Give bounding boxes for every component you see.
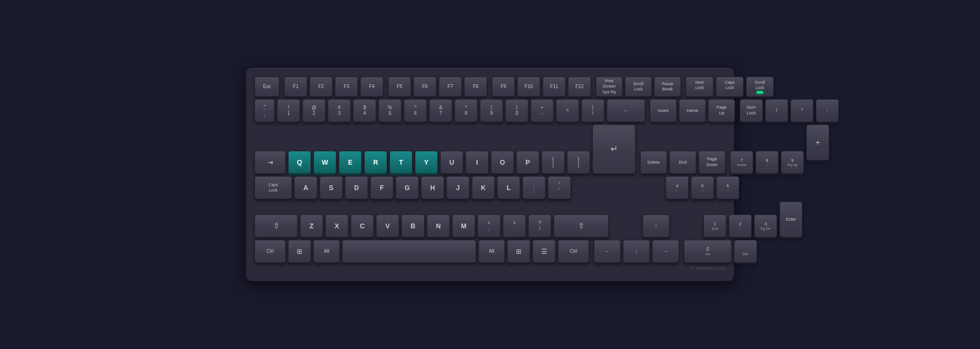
np-5-key[interactable]: 5 — <box>691 176 714 199</box>
scroll-lock-key[interactable]: ScrollLock <box>625 77 652 97</box>
left-ctrl-key[interactable]: Ctrl <box>255 240 286 263</box>
f2-key[interactable]: F2 <box>310 77 333 97</box>
backtick-key[interactable]: ~ ` \ <box>255 99 275 122</box>
num-lock-indicator[interactable]: NumLock <box>686 77 713 97</box>
semicolon-key[interactable]: : ; <box>523 176 546 199</box>
8-key[interactable]: * 8 <box>455 99 478 122</box>
2-key[interactable]: @ 2 <box>302 99 325 122</box>
f11-key[interactable]: F11 <box>543 77 566 97</box>
np-dot-key[interactable]: . Del <box>734 240 757 263</box>
left-win-key[interactable]: ⊞ <box>288 240 311 263</box>
quote-key[interactable]: " ' <box>548 176 571 199</box>
a-key[interactable]: A <box>294 176 317 199</box>
f-key[interactable]: F <box>370 176 393 199</box>
right-ctrl-key[interactable]: Ctrl <box>558 240 589 263</box>
np-3-key[interactable]: 3 Pg Dn <box>754 214 777 237</box>
4-key[interactable]: $ 4 <box>353 99 376 122</box>
np-6-key[interactable]: 6 → <box>716 176 739 199</box>
esc-key[interactable]: Esc <box>255 77 279 97</box>
caps-lock-indicator[interactable]: CapsLock <box>716 77 744 97</box>
backspace-key[interactable]: ← <box>607 99 645 122</box>
9-key[interactable]: ( 9 <box>480 99 503 122</box>
c-key[interactable]: C <box>351 214 374 237</box>
menu-key[interactable]: ☰ <box>533 240 556 263</box>
z-key[interactable]: Z <box>300 214 323 237</box>
f4-key[interactable]: F4 <box>360 77 383 97</box>
np-enter-key[interactable]: Enter <box>780 202 802 237</box>
delete-key[interactable]: Delete <box>640 151 667 174</box>
arrow-left-key[interactable]: ← <box>594 240 621 263</box>
np-slash-key[interactable]: / <box>765 99 788 122</box>
np-7-key[interactable]: 7 Home <box>730 151 753 174</box>
left-bracket-key[interactable]: { [ <box>542 151 565 174</box>
g-key[interactable]: G <box>396 176 419 199</box>
np-star-key[interactable]: * <box>791 99 813 122</box>
np-plus-key[interactable]: + <box>806 124 829 160</box>
y-key[interactable]: Y <box>415 151 438 174</box>
np-8-key[interactable]: 8 ↑ <box>756 151 779 174</box>
f8-key[interactable]: F8 <box>464 77 487 97</box>
m-key[interactable]: M <box>452 214 475 237</box>
comma-key[interactable]: < , <box>478 214 501 237</box>
i-key[interactable]: I <box>466 151 489 174</box>
np-9-key[interactable]: 9 Pg Up <box>781 151 804 174</box>
insert-key[interactable]: Insert <box>650 99 677 122</box>
enter-key[interactable]: ↵ <box>592 124 635 174</box>
s-key[interactable]: S <box>320 176 343 199</box>
page-down-key[interactable]: PageDown <box>699 151 725 174</box>
slash-key[interactable]: ? / <box>528 214 551 237</box>
k-key[interactable]: K <box>472 176 495 199</box>
caps-lock-key[interactable]: CapsLock <box>255 176 292 199</box>
1-key[interactable]: ! 1 <box>277 99 300 122</box>
w-key[interactable]: W <box>313 151 336 174</box>
left-alt-key[interactable]: Alt <box>313 240 340 263</box>
home-key[interactable]: Home <box>679 99 706 122</box>
np-4-key[interactable]: 4 ← <box>666 176 689 199</box>
q-key[interactable]: Q <box>288 151 311 174</box>
p-key[interactable]: P <box>516 151 539 174</box>
f9-key[interactable]: F9 <box>492 77 515 97</box>
np-minus-key[interactable]: - <box>816 99 839 122</box>
u-key[interactable]: U <box>440 151 463 174</box>
right-bracket-key[interactable]: } ] <box>567 151 590 174</box>
d-key[interactable]: D <box>345 176 368 199</box>
pause-key[interactable]: PauseBreak <box>654 77 681 97</box>
np-1-key[interactable]: 1 End <box>703 214 726 237</box>
r-key[interactable]: R <box>364 151 387 174</box>
7-key[interactable]: & 7 <box>429 99 452 122</box>
scroll-lock-indicator[interactable]: ScrollLock <box>746 77 774 97</box>
5-key[interactable]: % 5 <box>379 99 401 122</box>
t-key[interactable]: T <box>390 151 412 174</box>
right-win-key[interactable]: ⊞ <box>507 240 530 263</box>
f7-key[interactable]: F7 <box>439 77 462 97</box>
f12-key[interactable]: F12 <box>568 77 591 97</box>
f3-key[interactable]: F3 <box>335 77 358 97</box>
h-key[interactable]: H <box>421 176 444 199</box>
np-0-key[interactable]: 0 Ins <box>684 240 732 263</box>
equals-key[interactable]: = <box>556 99 579 122</box>
o-key[interactable]: O <box>491 151 514 174</box>
left-shift-key[interactable]: ⇧ <box>255 214 298 237</box>
minus-key[interactable]: + - <box>531 99 554 122</box>
right-shift-key[interactable]: ⇧ <box>554 214 609 237</box>
f5-key[interactable]: F5 <box>388 77 411 97</box>
np-numlock-key[interactable]: NumLock <box>740 99 763 122</box>
page-up-key[interactable]: PageUp <box>708 99 735 122</box>
f6-key[interactable]: F6 <box>413 77 436 97</box>
right-alt-key[interactable]: Alt <box>479 240 505 263</box>
f10-key[interactable]: F10 <box>517 77 540 97</box>
e-key[interactable]: E <box>339 151 362 174</box>
tab-key[interactable]: ⇥ <box>255 151 286 174</box>
3-key[interactable]: # 3 <box>328 99 351 122</box>
f1-key[interactable]: F1 <box>284 77 307 97</box>
np-2-key[interactable]: 2 ↓ <box>729 214 752 237</box>
j-key[interactable]: J <box>446 176 469 199</box>
end-key[interactable]: End <box>669 151 696 174</box>
arrow-down-key[interactable]: ↓ <box>623 240 650 263</box>
0-key[interactable]: ) 0 <box>505 99 528 122</box>
period-key[interactable]: > . <box>503 214 526 237</box>
print-screen-key[interactable]: PrintScreenSys Rq <box>596 77 623 97</box>
arrow-up-key[interactable]: ↑ <box>643 214 669 237</box>
arrow-right-key[interactable]: → <box>652 240 679 263</box>
l-key[interactable]: L <box>497 176 520 199</box>
